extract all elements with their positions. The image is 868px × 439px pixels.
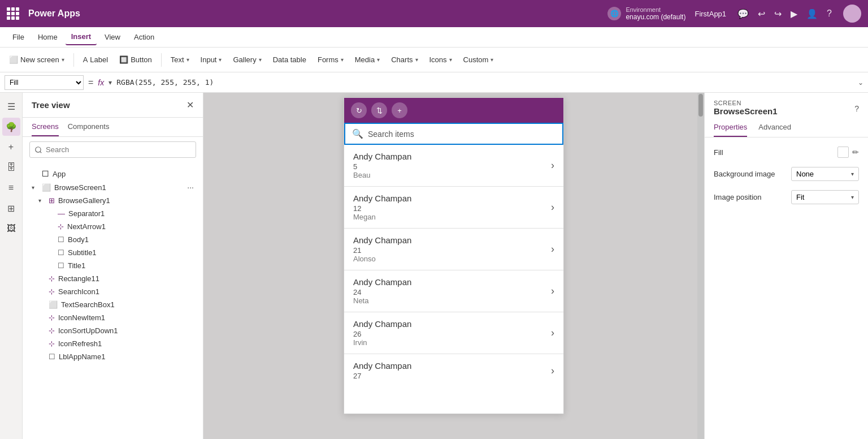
menu-home[interactable]: Home (32, 29, 63, 45)
list-item[interactable]: Andy Champan 27 › (344, 354, 563, 387)
list-item[interactable]: Andy Champan 26 Irvin › (344, 312, 563, 354)
formula-input[interactable] (116, 75, 853, 90)
nav-components-icon[interactable]: ⊞ (2, 199, 20, 217)
tree-more-browsescreen1[interactable]: ··· (187, 183, 194, 192)
media-button[interactable]: Media ▾ (350, 53, 384, 66)
tree-item-browsegallery1[interactable]: ▾ ⊞ BrowseGallery1 (23, 194, 203, 207)
env-name: enayu.com (default) (626, 13, 685, 21)
image-position-label: Image position (714, 193, 791, 201)
item-sub2-2: Alonso (353, 255, 551, 263)
tab-properties[interactable]: Properties (714, 118, 747, 137)
tree-label-body1: Body1 (68, 235, 89, 244)
avatar[interactable] (843, 5, 861, 23)
list-item[interactable]: Andy Champan 21 Alonso › (344, 229, 563, 270)
tree-item-separator1[interactable]: — Separator1 (23, 207, 203, 220)
tree-item-title1[interactable]: ☐ Title1 (23, 259, 203, 272)
redo-icon[interactable]: ↪ (772, 6, 784, 21)
nav-home-icon[interactable]: ☰ (2, 97, 20, 115)
play-icon[interactable]: ▶ (788, 6, 800, 21)
nav-tree-icon[interactable]: 🌳 (2, 118, 20, 136)
tree-item-iconrefresh1[interactable]: ⊹ IconRefresh1 (23, 337, 203, 350)
tree-item-iconsortupdown1[interactable]: ⊹ IconSortUpDown1 (23, 324, 203, 337)
phone-frame: ↻ ⇅ + 🔍 Search items Andy Champan 5 Beau… (344, 97, 564, 414)
gallery-button[interactable]: Gallery ▾ (228, 53, 266, 66)
label-button[interactable]: A Label (79, 53, 112, 66)
formula-dropdown-arrow[interactable]: ▾ (108, 79, 112, 87)
fill-color-edit-button[interactable]: ✏ (852, 148, 859, 157)
item-sub2-3: Neta (353, 296, 551, 305)
iconnewitem-icon: ⊹ (49, 313, 55, 322)
waffle-icon[interactable] (7, 7, 19, 20)
list-item[interactable]: Andy Champan 24 Neta › (344, 270, 563, 312)
tree-item-browsescreen1[interactable]: ▾ ⬜ BrowseScreen1 ··· (23, 180, 203, 194)
formula-bar: Fill = fx ▾ ⌄ (0, 72, 868, 93)
formula-expand-icon[interactable]: ⌄ (858, 79, 863, 87)
tree-item-subtitle1[interactable]: ☐ Subtitle1 (23, 246, 203, 259)
input-button[interactable]: Input ▾ (196, 53, 227, 66)
tree-item-textsearchbox1[interactable]: ⬜ TextSearchBox1 (23, 298, 203, 311)
custom-button[interactable]: Custom ▾ (459, 53, 498, 66)
textsearchbox-icon: ⬜ (49, 300, 58, 309)
fill-color-swatch[interactable] (837, 147, 849, 158)
forms-button[interactable]: Forms ▾ (313, 53, 348, 66)
toolbar-sep1 (73, 53, 74, 67)
tree-item-lblappname1[interactable]: ☐ LblAppName1 (23, 350, 203, 363)
search-bar[interactable]: 🔍 Search items (344, 123, 563, 145)
new-screen-button[interactable]: ⬜ New screen ▾ (5, 53, 69, 66)
scroll-thumb (698, 94, 703, 117)
undo-icon[interactable]: ↩ (756, 6, 767, 21)
item-title-5: Andy Champan (353, 361, 551, 371)
feedback-icon[interactable]: 💬 (735, 6, 751, 21)
nav-add-icon[interactable]: + (2, 138, 20, 156)
data-table-button[interactable]: Data table (268, 53, 311, 66)
env-icon: 🌐 (607, 7, 621, 20)
list-item[interactable]: Andy Champan 12 Megan › (344, 187, 563, 229)
tree-label-subtitle1: Subtitle1 (68, 248, 97, 257)
icons-button[interactable]: Icons ▾ (425, 53, 457, 66)
canvas-scrollbar[interactable] (697, 93, 704, 439)
menu-file[interactable]: File (7, 29, 30, 45)
sort-icon[interactable]: ⇅ (371, 102, 387, 118)
property-select[interactable]: Fill (5, 75, 84, 90)
bg-image-property-row: Background image None ▾ (714, 167, 859, 181)
user-icon[interactable]: 👤 (804, 6, 820, 21)
menu-action[interactable]: Action (128, 29, 160, 45)
tree-label-iconnewitem1: IconNewItem1 (58, 313, 105, 322)
tree-item-body1[interactable]: ☐ Body1 (23, 233, 203, 246)
app-name: Power Apps (28, 8, 80, 19)
text-button[interactable]: Text ▾ (166, 53, 194, 66)
item-sub1-4: 26 (353, 330, 551, 338)
item-sub1-3: 24 (353, 288, 551, 296)
fill-property-row: Fill ✏ (714, 147, 859, 158)
add-new-icon[interactable]: + (392, 102, 407, 118)
tree-item-rectangle11[interactable]: ⊹ Rectangle11 (23, 272, 203, 285)
tree-item-nextarrow1[interactable]: ⊹ NextArrow1 (23, 220, 203, 233)
sidebar-search-container (23, 137, 203, 162)
right-panel-help-button[interactable]: ? (854, 104, 859, 113)
right-panel-content: Fill ✏ Background image None ▾ Image pos… (705, 137, 868, 439)
list-item[interactable]: Andy Champan 5 Beau › (344, 145, 563, 187)
refresh-icon[interactable]: ↻ (351, 102, 367, 118)
tree-label-browsegallery1: BrowseGallery1 (58, 196, 110, 205)
nav-vars-icon[interactable]: ≡ (2, 179, 20, 197)
sidebar-search-input[interactable] (29, 141, 196, 158)
button-button[interactable]: 🔲 Button (115, 53, 157, 66)
nav-media-icon[interactable]: 🖼 (2, 220, 20, 238)
tree-item-iconnewitem1[interactable]: ⊹ IconNewItem1 (23, 311, 203, 324)
tab-advanced[interactable]: Advanced (758, 118, 791, 137)
sidebar-tab-components[interactable]: Components (68, 122, 110, 136)
image-position-select[interactable]: Fit ▾ (791, 190, 859, 204)
nextarrow-icon: ⊹ (58, 222, 64, 231)
help-icon[interactable]: ? (824, 6, 834, 21)
sidebar-close-button[interactable]: ✕ (186, 100, 194, 110)
menu-insert[interactable]: Insert (66, 29, 97, 45)
env-label: Environment (626, 6, 685, 13)
nav-data-icon[interactable]: 🗄 (2, 158, 20, 177)
tree-item-app[interactable]: ☐ App (23, 167, 203, 180)
menu-view[interactable]: View (99, 29, 126, 45)
bg-image-select[interactable]: None ▾ (791, 167, 859, 181)
sidebar-tab-screens[interactable]: Screens (32, 122, 59, 136)
charts-button[interactable]: Charts ▾ (387, 53, 422, 66)
tree-item-searchicon1[interactable]: ⊹ SearchIcon1 (23, 285, 203, 298)
sidebar-tree: ☐ App ▾ ⬜ BrowseScreen1 ··· ▾ ⊞ BrowseGa… (23, 162, 203, 439)
